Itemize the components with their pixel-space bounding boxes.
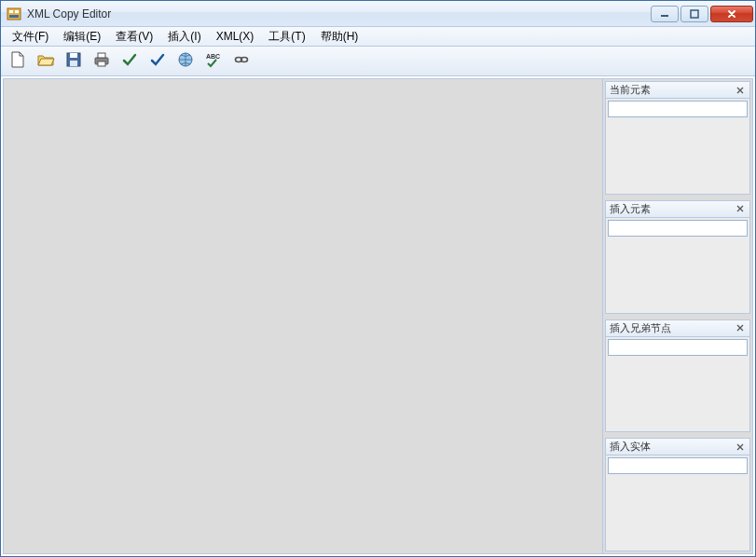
panel-body: [606, 337, 749, 432]
panel-current-element: 当前元素: [605, 81, 750, 195]
menubar: 文件(F) 编辑(E) 查看(V) 插入(I) XML(X) 工具(T) 帮助(…: [1, 27, 755, 47]
panel-close-button[interactable]: [735, 203, 746, 214]
panel-insert-element: 插入元素: [605, 200, 750, 314]
panel-body: [606, 218, 749, 313]
svg-rect-8: [70, 61, 77, 66]
close-icon: [736, 443, 744, 451]
side-panels: 当前元素 插入元素: [603, 79, 752, 553]
hyperlink-icon: [232, 50, 251, 72]
close-icon: [736, 87, 744, 94]
open-file-button[interactable]: [34, 50, 57, 73]
toolbar: ABC: [1, 47, 755, 76]
svg-text:ABC: ABC: [206, 53, 220, 60]
menu-edit[interactable]: 编辑(E): [56, 27, 108, 47]
svg-rect-1: [9, 10, 13, 13]
print-button[interactable]: [90, 50, 113, 73]
panel-insert-sibling: 插入兄弟节点: [605, 319, 750, 433]
insert-element-input[interactable]: [608, 220, 748, 237]
insert-entity-input[interactable]: [608, 457, 748, 474]
app-icon: [7, 7, 21, 21]
hyperlink-button[interactable]: [230, 50, 253, 73]
panel-body: [606, 99, 749, 194]
spellcheck-button[interactable]: ABC: [202, 50, 225, 73]
menu-help[interactable]: 帮助(H): [313, 27, 366, 47]
check-mark-icon: [120, 50, 139, 72]
titlebar: XML Copy Editor: [1, 1, 755, 27]
client-area: 当前元素 插入元素: [3, 78, 753, 554]
svg-rect-5: [691, 10, 698, 18]
validate-button[interactable]: [146, 50, 169, 73]
new-file-button[interactable]: [7, 50, 29, 73]
panel-close-button[interactable]: [735, 442, 746, 453]
spellcheck-icon: ABC: [204, 50, 223, 72]
svg-rect-0: [7, 8, 21, 20]
svg-rect-4: [661, 15, 668, 17]
browser-button[interactable]: [174, 50, 197, 73]
svg-rect-10: [98, 53, 105, 58]
svg-rect-3: [9, 15, 19, 18]
panel-close-button[interactable]: [735, 85, 746, 96]
editor-area[interactable]: [4, 79, 603, 553]
browser-globe-icon: [176, 50, 195, 72]
panel-title: 插入实体: [610, 440, 735, 454]
panel-close-button[interactable]: [735, 322, 746, 333]
panel-header: 插入实体: [606, 439, 749, 455]
save-button[interactable]: [62, 50, 85, 73]
close-button[interactable]: [710, 6, 753, 22]
menu-view[interactable]: 查看(V): [108, 27, 160, 47]
app-window: XML Copy Editor 文件(F) 编辑(E) 查看(V) 插入(I) …: [0, 0, 756, 557]
close-icon: [736, 205, 744, 212]
close-icon: [736, 324, 744, 332]
check-wellformed-button[interactable]: [118, 50, 141, 73]
insert-sibling-input[interactable]: [608, 339, 748, 356]
panel-title: 插入兄弟节点: [610, 321, 735, 335]
save-icon: [64, 50, 83, 72]
svg-rect-11: [98, 61, 105, 66]
menu-tools[interactable]: 工具(T): [261, 27, 312, 47]
minimize-button[interactable]: [651, 6, 679, 22]
panel-header: 插入元素: [606, 201, 749, 218]
svg-rect-7: [70, 53, 77, 58]
open-folder-icon: [36, 50, 55, 72]
window-title: XML Copy Editor: [27, 7, 651, 20]
new-file-icon: [8, 50, 27, 72]
current-element-input[interactable]: [608, 101, 748, 117]
menu-xml[interactable]: XML(X): [209, 28, 262, 45]
panel-title: 当前元素: [610, 83, 735, 97]
panel-body: [606, 455, 749, 550]
svg-rect-2: [15, 10, 19, 13]
window-controls: [651, 6, 753, 22]
maximize-button[interactable]: [680, 6, 708, 22]
w3c-check-icon: [148, 50, 167, 72]
panel-insert-entity: 插入实体: [605, 438, 750, 551]
menu-insert[interactable]: 插入(I): [160, 27, 208, 47]
panel-title: 插入元素: [610, 202, 735, 216]
print-icon: [92, 50, 111, 72]
panel-header: 插入兄弟节点: [606, 320, 749, 337]
panel-header: 当前元素: [606, 82, 749, 99]
menu-file[interactable]: 文件(F): [5, 27, 56, 47]
